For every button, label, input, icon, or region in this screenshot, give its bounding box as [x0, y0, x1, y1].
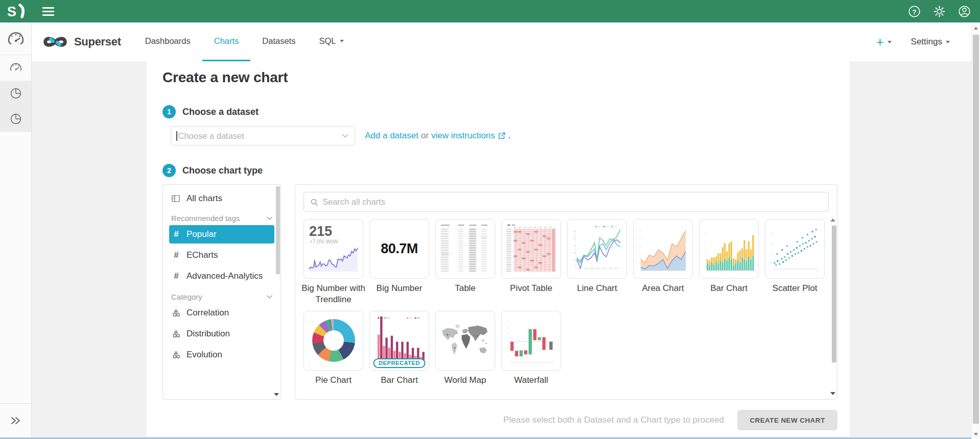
hash-icon: # [172, 271, 180, 281]
scatter-plot-graphic [769, 224, 820, 274]
chart-card-label: World Map [445, 375, 486, 386]
tag-advanced-analytics[interactable]: # Advanced-Analytics [169, 267, 274, 285]
chevron-down-icon [946, 41, 950, 43]
all-charts-label: All charts [186, 193, 222, 204]
scroll-up-icon[interactable] [974, 27, 978, 30]
charts-scroll-up-icon[interactable] [830, 218, 835, 222]
superset-s-logo-icon: S [7, 3, 28, 19]
dataset-select[interactable]: Choose a dataset [171, 126, 355, 145]
create-new-chart-button[interactable]: CREATE NEW CHART [737, 410, 837, 430]
page-scrollbar-thumb[interactable] [973, 35, 979, 424]
chart-card-table[interactable]: Table [432, 219, 498, 306]
area-chart-thumbnail [633, 219, 693, 279]
chart-card-big-number-trendline[interactable]: 215 +7.0% WoW Big Number with Trendline [300, 219, 366, 306]
charts-scrollbar-thumb[interactable] [832, 226, 836, 362]
chart-card-pie-chart[interactable]: Pie Chart [300, 311, 366, 386]
chart-card-scatter-plot[interactable]: Scatter Plot [762, 219, 828, 306]
tags-scroll-down-icon[interactable] [274, 393, 279, 396]
table-graphic [440, 224, 491, 274]
pie-chart-icon [9, 87, 22, 100]
step-2-header: 2 Choose chart type [162, 164, 263, 177]
step-1-title: Choose a dataset [182, 107, 259, 117]
sidebar-item-charts-1[interactable] [0, 81, 31, 106]
app-logo[interactable]: S [7, 3, 28, 19]
big-number-delta: +7.0% WoW [310, 239, 338, 245]
category-distribution[interactable]: Distribution [169, 325, 274, 343]
category-section[interactable]: Category [171, 292, 272, 301]
superset-infinity-logo-icon [41, 33, 69, 51]
chart-search-input[interactable] [322, 197, 822, 207]
icon-sidebar [0, 22, 32, 437]
bar-chart-graphic [704, 224, 754, 274]
chevron-down-icon [267, 295, 272, 299]
chart-card-label: Scatter Plot [773, 283, 818, 294]
chart-card-bar-chart[interactable]: Bar Chart [696, 219, 762, 306]
add-dataset-link[interactable]: Add a dataset [365, 131, 418, 141]
shapes-icon [172, 309, 180, 317]
chart-card-label: Bar Chart [710, 283, 748, 294]
charts-scroll-down-icon[interactable] [830, 392, 835, 395]
chart-card-label: Big Number [377, 283, 423, 294]
main-navbar: Superset Dashboards Charts Datasets SQL … [32, 22, 971, 61]
external-link-icon[interactable] [498, 132, 506, 140]
create-chart-panel: Create a new chart 1 Choose a dataset Ch… [147, 61, 850, 436]
view-instructions-link[interactable]: view instructions [431, 131, 495, 141]
chart-card-pivot-table[interactable]: Pivot Table [498, 219, 564, 306]
shapes-icon [172, 330, 180, 338]
category-evolution[interactable]: Evolution [169, 346, 274, 364]
chart-card-big-number[interactable]: 80.7M Big Number [366, 219, 432, 306]
svg-text:S: S [7, 4, 16, 19]
category-correlation[interactable]: Correlation [169, 304, 274, 322]
double-chevron-right-icon [10, 414, 22, 427]
chart-card-label: Bar Chart [381, 375, 418, 386]
tag-popular[interactable]: # Popular [169, 225, 274, 243]
nav-item-charts[interactable]: Charts [202, 22, 251, 61]
shapes-icon [172, 351, 180, 359]
bar-chart-legacy-thumbnail: DEPRECATED [369, 311, 429, 371]
help-icon[interactable]: ? [908, 5, 921, 18]
step-2-title: Choose chart type [182, 165, 263, 176]
sidebar-expand-button[interactable] [0, 403, 31, 437]
sidebar-item-charts-2[interactable] [0, 106, 31, 132]
chevron-down-icon [340, 40, 344, 42]
settings-menu-button[interactable]: Settings [911, 37, 950, 47]
step-1-badge: 1 [162, 105, 176, 118]
line-chart-thumbnail [567, 219, 627, 279]
top-app-bar: S ? [0, 0, 980, 22]
chart-card-line-chart[interactable]: Line Chart [564, 219, 630, 306]
chart-card-world-map[interactable]: World Map [432, 311, 498, 386]
big-number-value: 215 [309, 224, 332, 239]
chart-card-label: Area Chart [642, 283, 684, 294]
line-chart-graphic [572, 224, 622, 274]
text-caret [176, 131, 177, 141]
nav-item-sql[interactable]: SQL [307, 22, 355, 61]
user-icon[interactable] [958, 5, 971, 18]
new-item-button[interactable]: + [876, 36, 892, 48]
big-number-thumbnail: 80.7M [369, 219, 429, 279]
sidebar-item-dashboard[interactable] [0, 55, 31, 81]
or-text: or [421, 131, 429, 141]
footer-hint: Please select both a Dataset and a Chart… [503, 415, 724, 425]
chart-search[interactable] [304, 192, 829, 212]
menu-icon[interactable] [42, 7, 54, 16]
world-map-thumbnail [435, 311, 495, 371]
nav-item-dashboards[interactable]: Dashboards [133, 22, 202, 61]
nav-item-datasets[interactable]: Datasets [250, 22, 307, 61]
chart-card-bar-chart-legacy[interactable]: DEPRECATED Bar Chart [366, 311, 432, 386]
big-number-value: 80.7M [374, 224, 425, 274]
recommended-tags-section[interactable]: Recommended tags [171, 214, 272, 223]
all-charts-filter[interactable]: All charts [163, 185, 281, 207]
chart-tags-panel: All charts Recommended tags # Popular # … [162, 184, 281, 400]
dashboard-gauge-icon[interactable] [7, 30, 25, 48]
superset-brand[interactable]: Superset [32, 22, 121, 61]
scroll-down-icon[interactable] [974, 433, 978, 436]
tag-echarts[interactable]: # ECharts [169, 246, 274, 264]
area-chart-graphic [638, 224, 688, 274]
gear-icon[interactable] [933, 5, 946, 18]
tags-scrollbar-thumb[interactable] [276, 186, 280, 274]
chevron-down-icon [342, 134, 348, 138]
chart-card-label: Big Number with Trendline [301, 283, 366, 306]
chart-card-waterfall[interactable]: Waterfall [498, 311, 564, 386]
chart-card-label: Pie Chart [315, 375, 352, 386]
chart-card-area-chart[interactable]: Area Chart [630, 219, 696, 306]
